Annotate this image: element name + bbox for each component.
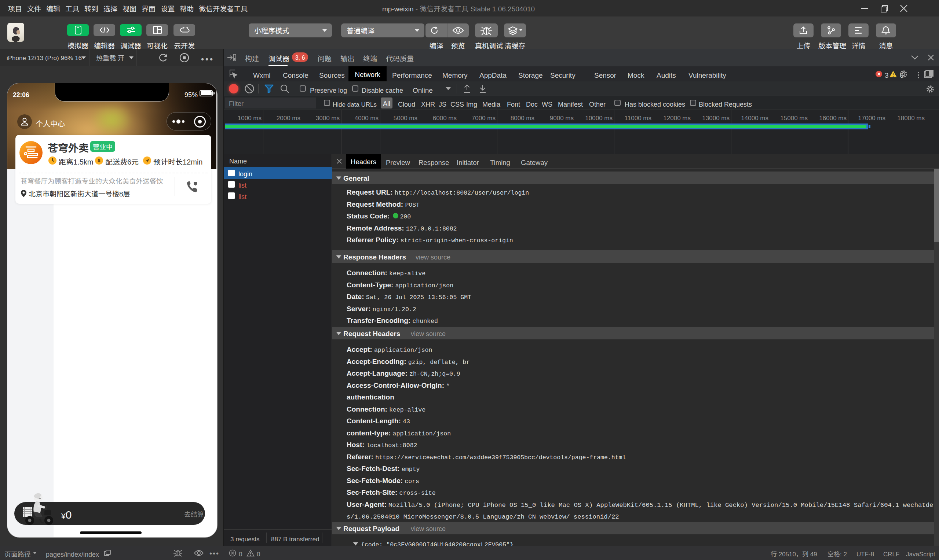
svg-text:¥: ¥	[97, 157, 100, 164]
